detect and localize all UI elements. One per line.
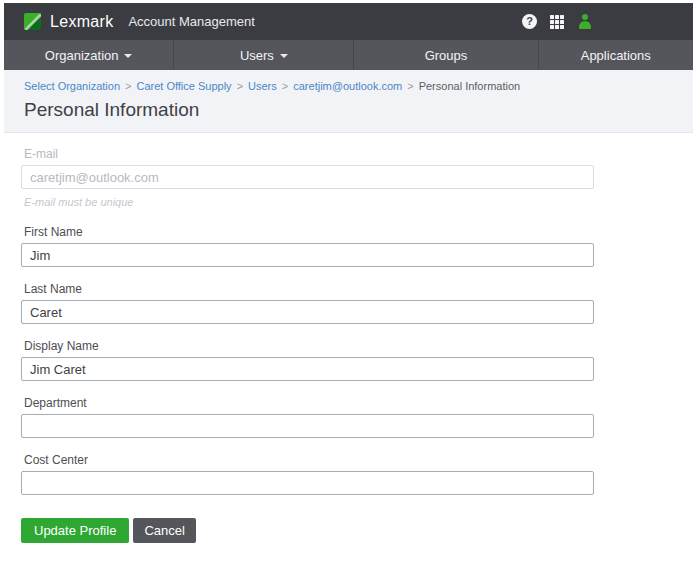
email-label: E-mail	[24, 147, 693, 161]
personal-information-form: E-mail E-mail must be unique First Name …	[4, 133, 693, 543]
app-title: Account Management	[128, 14, 254, 29]
display-name-label: Display Name	[24, 339, 693, 353]
chevron-down-icon	[280, 54, 288, 58]
breadcrumb-current: Personal Information	[419, 80, 521, 92]
cost-center-field-group: Cost Center	[21, 453, 693, 495]
nav-item-users[interactable]: Users	[173, 40, 353, 70]
breadcrumb-link-users[interactable]: Users	[248, 80, 277, 92]
breadcrumb-separator: >	[282, 80, 288, 92]
department-field[interactable]	[21, 414, 594, 438]
email-hint: E-mail must be unique	[24, 196, 693, 208]
nav-item-organization[interactable]: Organization	[4, 40, 173, 70]
top-bar: Lexmark Account Management ?	[4, 3, 693, 40]
last-name-field[interactable]	[21, 300, 594, 324]
account-management-page: Lexmark Account Management ? Organizatio…	[4, 3, 693, 543]
nav-item-groups[interactable]: Groups	[353, 40, 537, 70]
chevron-down-icon	[124, 54, 132, 58]
display-name-field[interactable]	[21, 357, 594, 381]
cost-center-label: Cost Center	[24, 453, 693, 467]
breadcrumb-separator: >	[237, 80, 243, 92]
update-profile-button[interactable]: Update Profile	[21, 518, 129, 543]
help-icon[interactable]: ?	[522, 14, 537, 29]
display-name-field-group: Display Name	[21, 339, 693, 381]
first-name-field-group: First Name	[21, 225, 693, 267]
first-name-label: First Name	[24, 225, 693, 239]
lexmark-logo-icon	[24, 13, 41, 30]
last-name-field-group: Last Name	[21, 282, 693, 324]
breadcrumb-link-organization[interactable]: Caret Office Supply	[136, 80, 231, 92]
brand-name: Lexmark	[50, 13, 113, 31]
last-name-label: Last Name	[24, 282, 693, 296]
form-actions: Update Profile Cancel	[21, 518, 693, 543]
main-nav: Organization Users Groups Applications	[4, 40, 693, 70]
department-label: Department	[24, 396, 693, 410]
user-account-icon[interactable]	[577, 14, 593, 29]
email-field-group: E-mail E-mail must be unique	[21, 147, 693, 208]
breadcrumb-separator: >	[407, 80, 413, 92]
nav-item-label: Groups	[425, 48, 468, 63]
breadcrumb: Select Organization>Caret Office Supply>…	[24, 80, 693, 92]
email-field	[21, 165, 594, 189]
topbar-icons: ?	[522, 3, 593, 40]
nav-item-label: Users	[240, 48, 274, 63]
nav-item-label: Organization	[45, 48, 119, 63]
cost-center-field[interactable]	[21, 471, 594, 495]
department-field-group: Department	[21, 396, 693, 438]
apps-grid-icon[interactable]	[550, 15, 564, 29]
breadcrumb-link-user-email[interactable]: caretjim@outlook.com	[293, 80, 402, 92]
page-header: Select Organization>Caret Office Supply>…	[4, 70, 693, 133]
page-title: Personal Information	[24, 99, 693, 121]
breadcrumb-separator: >	[125, 80, 131, 92]
cancel-button[interactable]: Cancel	[133, 518, 195, 543]
first-name-field[interactable]	[21, 243, 594, 267]
breadcrumb-link-select-organization[interactable]: Select Organization	[24, 80, 120, 92]
nav-item-applications[interactable]: Applications	[538, 40, 693, 70]
nav-item-label: Applications	[581, 48, 651, 63]
